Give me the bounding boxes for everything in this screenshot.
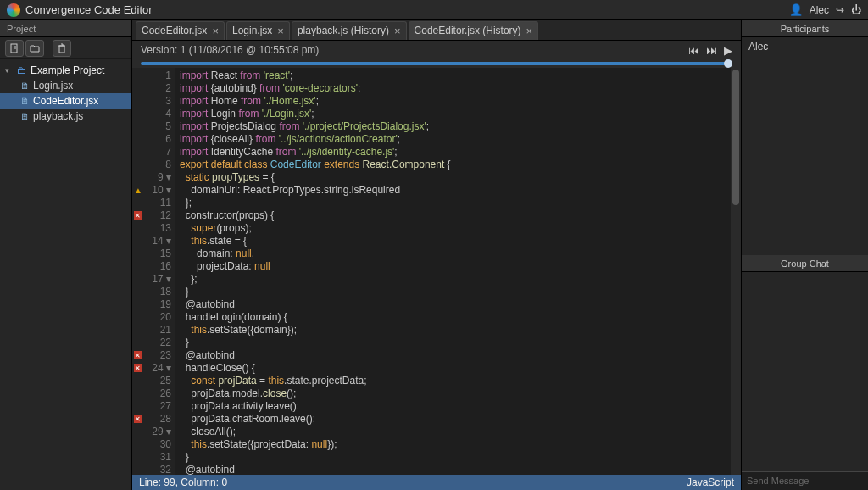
tabs-row: CodeEditor.jsx×Login.jsx×playback.js (Hi… bbox=[132, 20, 741, 41]
new-folder-button[interactable] bbox=[25, 40, 44, 57]
editor-tab[interactable]: CodeEditor.jsx× bbox=[136, 21, 225, 40]
user-name[interactable]: Alec bbox=[810, 4, 829, 16]
chat-body bbox=[742, 272, 868, 471]
skip-back-button[interactable]: ⏮ bbox=[688, 44, 699, 57]
code-content[interactable]: import React from 'react';import {autobi… bbox=[175, 68, 731, 475]
tree-file-item[interactable]: 🗎playback.js bbox=[0, 109, 131, 124]
scroll-thumb[interactable] bbox=[732, 70, 739, 205]
tab-close-icon[interactable]: × bbox=[212, 25, 219, 37]
caret-down-icon: ▾ bbox=[5, 66, 14, 75]
code-editor[interactable]: 123456789 ▾10 ▾11121314 ▾151617 ▾1819202… bbox=[132, 68, 741, 475]
file-icon: 🗎 bbox=[20, 96, 30, 106]
tab-label: CodeEditor.jsx bbox=[142, 25, 207, 36]
file-tree: ▾ 🗀 Example Project 🗎Login.jsx🗎CodeEdito… bbox=[0, 59, 131, 127]
tree-file-item[interactable]: 🗎Login.jsx bbox=[0, 78, 131, 93]
tree-file-item[interactable]: 🗎CodeEditor.jsx bbox=[0, 93, 131, 109]
participants-list: Alec bbox=[742, 37, 868, 56]
user-area: 👤 Alec ↪ ⏻ bbox=[789, 3, 861, 16]
timeline-track bbox=[141, 62, 732, 65]
tree-project-root[interactable]: ▾ 🗀 Example Project bbox=[0, 63, 131, 78]
skip-forward-button[interactable]: ⏭ bbox=[706, 44, 717, 57]
participant-item[interactable]: Alec bbox=[748, 41, 861, 53]
app-logo-icon bbox=[7, 3, 20, 17]
file-name: Login.jsx bbox=[33, 80, 73, 92]
timeline[interactable] bbox=[132, 59, 741, 68]
logout-icon[interactable]: ↪ bbox=[836, 4, 844, 16]
language-mode[interactable]: JavaScript bbox=[687, 476, 734, 488]
chat-input[interactable]: Send Message bbox=[742, 471, 868, 490]
sidebar-header: Project bbox=[0, 20, 131, 37]
project-name: Example Project bbox=[31, 64, 104, 76]
titlebar: Convergence Code Editor 👤 Alec ↪ ⏻ bbox=[0, 0, 868, 20]
editor-tab[interactable]: playback.js (History)× bbox=[292, 21, 407, 40]
version-label: Version: 1 (11/08/2016 @ 10:55:08 pm) bbox=[141, 44, 319, 56]
editor-area: CodeEditor.jsx×Login.jsx×playback.js (Hi… bbox=[132, 20, 741, 490]
timeline-thumb[interactable] bbox=[724, 59, 732, 68]
line-gutter: 123456789 ▾10 ▾11121314 ▾151617 ▾1819202… bbox=[146, 68, 175, 475]
file-icon: 🗎 bbox=[20, 111, 30, 121]
status-bar: Line: 99, Column: 0 JavaScript bbox=[132, 475, 741, 490]
app-title: Convergence Code Editor bbox=[25, 3, 789, 16]
file-icon: 🗎 bbox=[20, 81, 30, 91]
scrollbar[interactable] bbox=[731, 68, 741, 475]
version-bar: Version: 1 (11/08/2016 @ 10:55:08 pm) ⏮ … bbox=[132, 41, 741, 59]
tab-label: playback.js (History) bbox=[298, 25, 389, 36]
power-icon[interactable]: ⏻ bbox=[851, 4, 861, 16]
participants-header: Participants bbox=[742, 20, 868, 37]
right-panel: Participants Alec Group Chat Send Messag… bbox=[741, 20, 868, 490]
chat-header: Group Chat bbox=[742, 255, 868, 272]
user-icon: 👤 bbox=[789, 3, 803, 16]
sidebar-toolbar bbox=[0, 37, 131, 59]
tab-label: CodeEditor.jsx (History) bbox=[415, 25, 521, 36]
tab-close-icon[interactable]: × bbox=[277, 25, 284, 37]
play-button[interactable]: ▶ bbox=[724, 44, 732, 57]
project-sidebar: Project ▾ 🗀 Example Project 🗎Login.jsx🗎C… bbox=[0, 20, 132, 490]
file-name: playback.js bbox=[33, 110, 83, 122]
delete-button[interactable] bbox=[53, 40, 71, 57]
file-name: CodeEditor.jsx bbox=[33, 95, 98, 107]
tab-label: Login.jsx bbox=[232, 25, 272, 36]
editor-tab[interactable]: CodeEditor.jsx (History)× bbox=[409, 21, 539, 40]
editor-tab[interactable]: Login.jsx× bbox=[226, 21, 290, 40]
folder-icon: 🗀 bbox=[17, 64, 27, 76]
tab-close-icon[interactable]: × bbox=[526, 25, 533, 37]
cursor-position: Line: 99, Column: 0 bbox=[139, 476, 227, 488]
tab-close-icon[interactable]: × bbox=[394, 25, 401, 37]
new-file-button[interactable] bbox=[5, 40, 24, 57]
